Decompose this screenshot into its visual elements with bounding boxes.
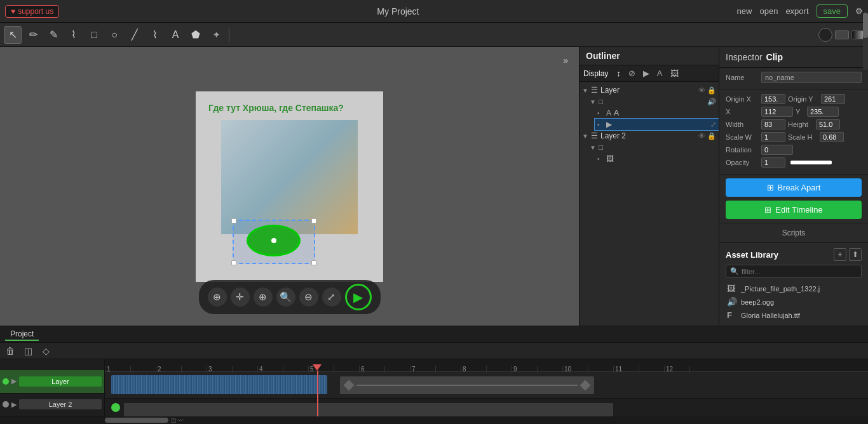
display-tab[interactable]: Display xyxy=(583,69,608,78)
tl-track-row-1[interactable] xyxy=(105,372,868,399)
tl-mark-24 xyxy=(689,366,715,373)
support-button[interactable]: ♥ support us xyxy=(5,5,59,18)
import-asset-button[interactable]: ⬆ xyxy=(849,248,862,261)
select-tool[interactable]: ↖ xyxy=(4,26,22,44)
tl-waveform-icon[interactable]: 〰 xyxy=(177,417,184,424)
zoom-button[interactable]: 🔍 xyxy=(276,288,295,307)
tl-ruler-spacer xyxy=(0,359,104,370)
project-tab[interactable]: Project xyxy=(5,328,39,341)
layer1-visibility-icon[interactable]: 👁 xyxy=(698,86,705,95)
asset-item-0[interactable]: 🖼 _Picture_file_path_1322.j xyxy=(726,282,862,295)
eyedropper-tool[interactable]: ⌖ xyxy=(207,26,225,44)
rotation-value[interactable]: 0 xyxy=(761,145,793,155)
timeline-tracks[interactable]: 1 2 3 4 5 6 7 8 xyxy=(105,359,868,416)
canvas-image-placeholder xyxy=(221,120,358,234)
sel-handle-tl[interactable] xyxy=(231,218,236,223)
asset-item-1[interactable]: 🔊 beep2.ogg xyxy=(726,295,862,308)
tree-item-a[interactable]: • A A xyxy=(595,107,719,119)
clip-group-actions: 🔊 xyxy=(707,98,716,106)
sel-handle-bl[interactable] xyxy=(231,260,236,265)
ellipse-tool[interactable]: ○ xyxy=(105,26,123,44)
edit-timeline-button[interactable]: ⊞ Edit Timeline xyxy=(726,201,862,219)
tl-zoom-fit-icon[interactable]: ⊡ xyxy=(171,417,176,424)
tree-item-play[interactable]: • ▶ ⤢ xyxy=(595,119,719,130)
clip-group-sound-icon[interactable]: 🔊 xyxy=(707,98,716,106)
layer2-actions: 👁 🔒 xyxy=(698,132,716,140)
tl-track2-block[interactable] xyxy=(124,403,613,416)
layer2-lock-icon[interactable]: 🔒 xyxy=(707,132,716,140)
panel-toggle-button[interactable]: » xyxy=(559,53,573,67)
tl-clip-button[interactable]: ◫ xyxy=(20,343,36,359)
tree-layer2-clip[interactable]: ▼ □ xyxy=(587,142,719,153)
zoom-out-button[interactable]: ⊖ xyxy=(299,288,318,307)
rect-tool[interactable]: □ xyxy=(85,26,103,44)
fill-color-dark[interactable] xyxy=(835,30,849,39)
tl-diamond-button[interactable]: ◇ xyxy=(38,343,53,359)
tree-layer1[interactable]: ▼ ☰ Layer 👁 🔒 xyxy=(580,84,719,96)
tl-hscroll-thumb[interactable] xyxy=(105,418,168,423)
opacity-value[interactable]: 1 xyxy=(761,157,785,168)
asset-item-2[interactable]: F Gloria Hallelujah.ttf xyxy=(726,308,862,322)
new-button[interactable]: new xyxy=(737,6,752,16)
canvas-oval[interactable] xyxy=(247,225,301,256)
tl-keyframe-block[interactable] xyxy=(340,376,594,394)
layer1-lock-icon[interactable]: 🔒 xyxy=(707,86,716,95)
move-button[interactable]: ✛ xyxy=(231,288,250,307)
hide-icon[interactable]: ⊘ xyxy=(627,67,637,79)
fill-color-black[interactable] xyxy=(818,28,832,42)
open-button[interactable]: open xyxy=(759,6,778,16)
tl-delete-button[interactable]: 🗑 xyxy=(3,343,18,359)
tl-layer2-name[interactable]: Layer 2 xyxy=(19,399,102,409)
transform-button[interactable]: ⊕ xyxy=(208,288,227,307)
add-asset-button[interactable]: + xyxy=(834,248,846,261)
xy-row: X 112 Y 235. xyxy=(726,107,862,117)
break-apart-button[interactable]: ⊞ Break Apart xyxy=(726,178,862,197)
tl-mark-19: 10 xyxy=(562,366,588,373)
tree-layer2-img[interactable]: • 🖼 xyxy=(595,153,719,164)
opacity-slider[interactable] xyxy=(790,161,832,164)
text-tool[interactable]: A xyxy=(166,26,184,44)
tl-layer1-name[interactable]: Layer xyxy=(19,376,102,387)
scale-w-value[interactable]: 1 xyxy=(761,132,785,142)
sel-handle-br[interactable] xyxy=(311,260,316,265)
pencil-tool[interactable]: ✎ xyxy=(44,26,62,44)
fill-tool[interactable]: ⬟ xyxy=(187,26,205,44)
tree-clip-group[interactable]: ▼ □ 🔊 xyxy=(587,96,719,107)
bezier-tool[interactable]: ⌇ xyxy=(146,26,164,44)
zoom-in-button[interactable]: ⊕ xyxy=(254,288,273,307)
width-value[interactable]: 83 xyxy=(761,119,785,129)
sort-icon[interactable]: ↕ xyxy=(614,67,623,79)
image-icon[interactable]: 🖼 xyxy=(668,67,681,79)
sel-handle-tr[interactable] xyxy=(311,218,316,223)
layer1-actions: 👁 🔒 xyxy=(698,86,716,95)
height-value[interactable]: 51.0 xyxy=(816,119,840,129)
export-button[interactable]: export xyxy=(785,6,808,16)
y-value[interactable]: 235. xyxy=(807,107,839,117)
layer2-visibility-icon[interactable]: 👁 xyxy=(698,132,705,140)
height-label: Height xyxy=(788,121,813,128)
name-input[interactable] xyxy=(761,72,862,83)
line-tool[interactable]: ╱ xyxy=(126,26,144,44)
scale-h-value[interactable]: 0.68 xyxy=(820,132,844,142)
pen-tool[interactable]: ✏ xyxy=(24,26,42,44)
scripts-label: Scripts xyxy=(719,223,868,242)
x-value[interactable]: 112 xyxy=(761,107,793,117)
origin-x-value[interactable]: 153. xyxy=(761,94,785,104)
asset-filter-input[interactable] xyxy=(742,268,857,275)
fit-button[interactable]: ⤢ xyxy=(322,288,341,307)
canvas-text: Где тут Хрюша, где Степашка? xyxy=(208,103,344,113)
item-play-expand-icon[interactable]: ⤢ xyxy=(710,121,716,129)
tl-keyframe-line xyxy=(356,385,578,386)
tl-track-row-2[interactable] xyxy=(105,399,868,416)
tree-layer2[interactable]: ▼ ☰ Layer 2 👁 🔒 xyxy=(580,130,719,142)
text-icon[interactable]: A xyxy=(655,67,665,79)
origin-y-value[interactable]: 261 xyxy=(821,94,845,104)
gear-icon[interactable]: ⚙ xyxy=(855,6,863,16)
play-icon[interactable]: ▶ xyxy=(641,67,651,79)
play-button[interactable]: ▶ xyxy=(345,284,372,310)
save-button[interactable]: save xyxy=(817,4,848,18)
asset-item-1-icon: 🔊 xyxy=(727,297,737,307)
canvas-area[interactable]: » Где тут Хрюша, где Степашка? ⊕ ✛ ⊕ 🔍 ⊖ xyxy=(0,47,579,326)
brush-tool[interactable]: ⌇ xyxy=(65,26,83,44)
tl-mark-14 xyxy=(435,366,461,373)
